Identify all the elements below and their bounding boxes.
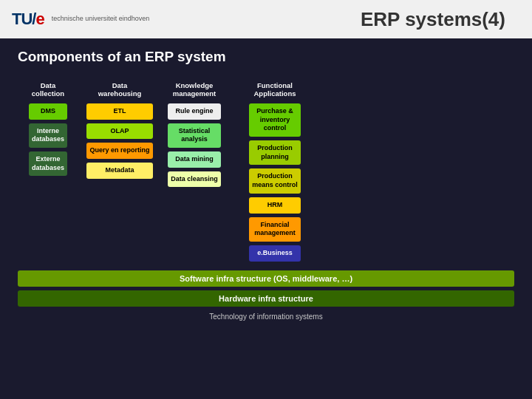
box-etl: ETL [86, 103, 152, 120]
header: TU/e technische universiteit eindhoven E… [0, 0, 532, 38]
column-functional-applications: FunctionalApplications Purchase &invento… [235, 78, 315, 262]
col-boxes-data-collection: DMS Internedatabases Externedatabases [29, 103, 67, 176]
box-ebusiness: e.Business [249, 245, 301, 262]
col-boxes-functional-applications: Purchase &inventorycontrol Productionpla… [249, 103, 301, 262]
banner-hardware: Hardware infra structure [18, 290, 514, 307]
column-data-warehousing: Datawarehousing ETL OLAP Query en report… [86, 78, 154, 179]
column-knowledge-management: Knowledgemanagement Rule engine Statisti… [161, 78, 228, 187]
box-olap: OLAP [86, 123, 152, 140]
col-label-data-collection: Datacollection [32, 78, 64, 98]
box-production-planning: Productionplanning [249, 140, 301, 165]
box-production-means: Productionmeans control [249, 168, 301, 193]
col-label-data-warehousing: Datawarehousing [98, 78, 142, 98]
logo-area: TU/e technische universiteit eindhoven [12, 10, 149, 29]
box-data-cleansing: Data cleansing [168, 171, 221, 188]
main-content: Components of an ERP system Datacollecti… [0, 38, 532, 399]
diagram: Datacollection DMS Internedatabases Exte… [18, 78, 514, 262]
tu-logo: TU/e [12, 10, 44, 29]
bottom-banners: Software infra structure (OS, middleware… [18, 270, 514, 307]
university-text: technische universiteit eindhoven [52, 15, 150, 24]
col-label-knowledge-management: Knowledgemanagement [173, 78, 216, 98]
column-data-collection: Datacollection DMS Internedatabases Exte… [18, 78, 78, 176]
box-query-reporting: Query en reporting [86, 143, 152, 159]
box-statistical-analysis: Statisticalanalysis [168, 123, 221, 148]
box-externe-databases: Externedatabases [29, 151, 67, 176]
col-boxes-knowledge-management: Rule engine Statisticalanalysis Data min… [168, 103, 221, 187]
box-data-mining: Data mining [168, 151, 221, 168]
box-interne-databases: Internedatabases [29, 123, 67, 148]
box-financial-management: Financialmanagement [249, 217, 301, 242]
banner-software: Software infra structure (OS, middleware… [18, 270, 514, 287]
page: TU/e technische universiteit eindhoven E… [0, 0, 532, 399]
box-dms: DMS [29, 103, 67, 120]
box-rule-engine: Rule engine [168, 103, 221, 120]
box-metadata: Metadata [86, 163, 152, 179]
col-boxes-data-warehousing: ETL OLAP Query en reporting Metadata [86, 103, 152, 179]
footer-text: Technology of information systems [18, 313, 514, 321]
box-purchase-inventory: Purchase &inventorycontrol [249, 103, 301, 137]
page-title: ERP systems(4) [361, 8, 505, 31]
section-title: Components of an ERP system [18, 49, 514, 65]
col-label-functional-applications: FunctionalApplications [253, 78, 296, 98]
box-hrm: HRM [249, 197, 301, 214]
